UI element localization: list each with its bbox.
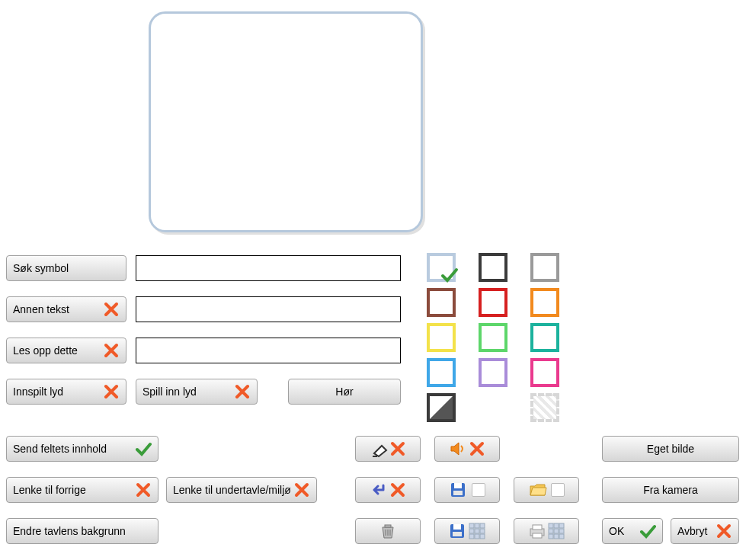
other-text-button[interactable]: Annen tekst — [6, 296, 126, 322]
other-text-input[interactable] — [136, 296, 401, 322]
close-icon — [469, 440, 485, 457]
svg-rect-26 — [554, 534, 559, 539]
sound-button[interactable] — [434, 436, 500, 462]
link-previous-button[interactable]: Lenke til forrige — [6, 477, 158, 503]
close-icon — [716, 523, 732, 539]
color-swatch-lightblue[interactable] — [427, 253, 456, 282]
eraser-icon — [370, 440, 389, 458]
color-swatch-blue[interactable] — [427, 358, 456, 387]
svg-rect-24 — [559, 529, 564, 533]
link-subboard-label: Lenke til undertavle/miljø — [173, 484, 293, 496]
ok-label: OK — [609, 525, 639, 537]
svg-rect-9 — [480, 523, 485, 528]
record-sound-label: Spill inn lyd — [142, 386, 234, 398]
preview-canvas — [149, 11, 423, 232]
print-many-button[interactable] — [514, 518, 579, 544]
send-content-button[interactable]: Send feltets innhold — [6, 436, 158, 462]
read-this-label: Les opp dette — [13, 344, 103, 357]
svg-rect-10 — [469, 529, 474, 533]
check-icon — [440, 267, 459, 285]
close-icon — [389, 440, 406, 457]
search-symbol-label: Søk symbol — [13, 262, 120, 274]
save-icon — [448, 522, 468, 540]
read-this-input[interactable] — [136, 338, 401, 363]
svg-rect-5 — [453, 524, 461, 530]
color-swatch-bw[interactable] — [427, 393, 456, 422]
save-button[interactable] — [434, 477, 500, 503]
color-swatch-yellow[interactable] — [427, 323, 456, 352]
svg-rect-21 — [559, 523, 564, 528]
ok-button[interactable]: OK — [602, 518, 663, 544]
svg-rect-18 — [533, 533, 542, 538]
cancel-button[interactable]: Avbryt — [671, 518, 739, 544]
link-previous-label: Lenke til forrige — [13, 484, 135, 496]
svg-rect-20 — [554, 523, 559, 528]
color-swatch-gray[interactable] — [530, 253, 559, 282]
search-symbol-button[interactable]: Søk symbol — [6, 255, 126, 281]
other-text-label: Annen tekst — [13, 303, 103, 315]
link-subboard-button[interactable]: Lenke til undertavle/miljø — [166, 477, 317, 503]
blank-icon — [472, 483, 485, 497]
close-icon — [389, 482, 406, 498]
close-icon — [135, 482, 152, 498]
close-icon — [234, 383, 251, 400]
change-board-bg-label: Endre tavlens bakgrunn — [13, 525, 152, 537]
speaker-icon — [449, 440, 469, 458]
color-swatch-red[interactable] — [479, 288, 507, 317]
change-board-bg-button[interactable]: Endre tavlens bakgrunn — [6, 518, 158, 544]
read-this-button[interactable]: Les opp dette — [6, 338, 126, 363]
erase-button[interactable] — [355, 436, 421, 462]
svg-rect-15 — [480, 534, 485, 539]
recorded-sound-label: Innspilt lyd — [13, 386, 103, 398]
from-camera-button[interactable]: Fra kamera — [602, 477, 739, 503]
svg-rect-27 — [559, 534, 564, 539]
save-many-button[interactable] — [434, 518, 500, 544]
color-swatch-green[interactable] — [479, 323, 507, 352]
svg-rect-2 — [453, 491, 463, 495]
delete-button[interactable] — [355, 518, 421, 544]
svg-rect-8 — [475, 523, 479, 528]
trash-icon — [379, 522, 397, 540]
color-swatch-teal[interactable] — [530, 323, 559, 352]
svg-rect-17 — [533, 525, 542, 530]
own-image-button[interactable]: Eget bilde — [602, 436, 739, 462]
blank-icon — [551, 483, 565, 497]
svg-rect-3 — [385, 525, 391, 527]
undo-button[interactable] — [355, 477, 421, 503]
svg-rect-6 — [453, 532, 462, 536]
open-button[interactable] — [514, 477, 579, 503]
color-swatch-black[interactable] — [479, 253, 507, 282]
listen-label: Hør — [335, 386, 353, 398]
svg-rect-22 — [549, 529, 553, 533]
record-sound-button[interactable]: Spill inn lyd — [136, 379, 258, 405]
grid-icon — [468, 522, 486, 540]
svg-rect-19 — [549, 523, 553, 528]
check-icon — [135, 440, 152, 457]
recorded-sound-button[interactable]: Innspilt lyd — [6, 379, 126, 405]
grid-icon — [547, 522, 565, 540]
color-swatch-none[interactable] — [530, 393, 559, 422]
svg-rect-14 — [475, 534, 479, 539]
svg-rect-7 — [469, 523, 474, 528]
return-icon — [370, 481, 389, 499]
search-symbol-input[interactable] — [136, 255, 401, 281]
svg-rect-11 — [475, 529, 479, 533]
svg-rect-12 — [480, 529, 485, 533]
color-swatch-brown[interactable] — [427, 288, 456, 317]
cancel-label: Avbryt — [677, 525, 716, 537]
svg-rect-1 — [454, 483, 462, 488]
color-swatch-orange[interactable] — [530, 288, 559, 317]
folder-icon — [528, 481, 548, 499]
color-swatch-magenta[interactable] — [530, 358, 559, 387]
check-icon — [639, 523, 656, 539]
close-icon — [103, 301, 120, 318]
listen-button[interactable]: Hør — [288, 379, 401, 405]
send-content-label: Send feltets innhold — [13, 443, 135, 455]
close-icon — [293, 482, 310, 498]
printer-icon — [527, 522, 547, 540]
close-icon — [103, 342, 120, 359]
svg-rect-23 — [554, 529, 559, 533]
svg-rect-13 — [469, 534, 474, 539]
svg-rect-25 — [549, 534, 553, 539]
color-swatch-purple[interactable] — [479, 358, 507, 387]
